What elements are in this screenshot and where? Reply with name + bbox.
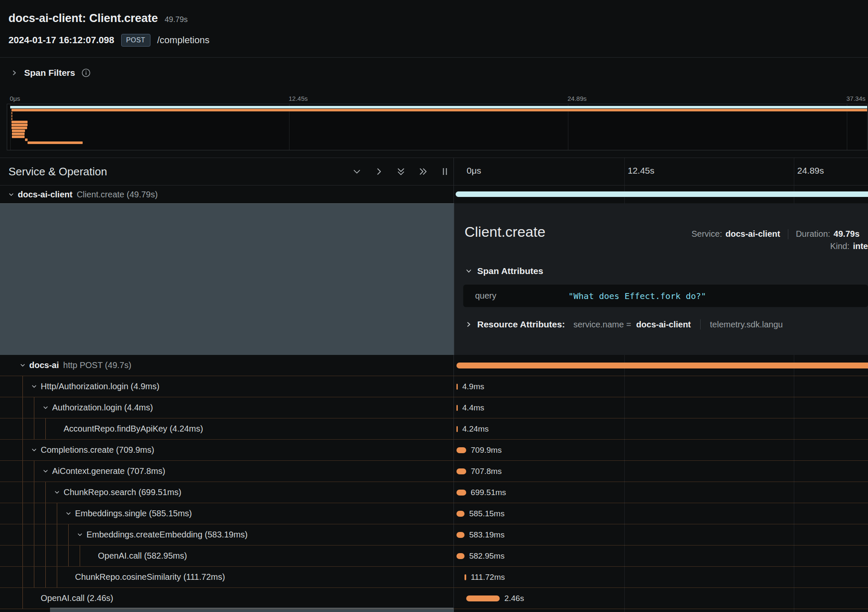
span-timeline-cell: 585.15ms bbox=[454, 503, 868, 524]
chevron-down-icon[interactable] bbox=[8, 191, 15, 198]
chevron-down-button[interactable] bbox=[351, 166, 363, 177]
indent-guide bbox=[45, 418, 46, 439]
span-label-cell[interactable]: ChunkRepo.cosineSimilarity (111.72ms) bbox=[0, 567, 454, 587]
double-chevron-right-button[interactable] bbox=[417, 166, 429, 177]
span-row[interactable]: docs-ai-clientClient.create (49.79s) bbox=[0, 186, 868, 203]
trace-header: docs-ai-client: Client.create 49.79s 202… bbox=[0, 0, 868, 58]
chevron-right-icon[interactable] bbox=[11, 69, 18, 76]
chevron-down-icon[interactable] bbox=[465, 268, 472, 274]
span-label-cell[interactable]: AiContext.generate (707.8ms) bbox=[0, 461, 454, 482]
resource-attributes-toggle[interactable]: Resource Attributes: service.name = docs… bbox=[465, 319, 868, 330]
span-duration-label: 2.46s bbox=[504, 594, 524, 603]
indent-guide bbox=[22, 440, 23, 460]
divider bbox=[700, 319, 701, 330]
indent-guide bbox=[45, 503, 46, 524]
span-label-cell[interactable]: OpenAI.call (2.46s) bbox=[0, 588, 454, 609]
chevron-down-icon[interactable] bbox=[42, 468, 49, 475]
span-timeline-cell: 4.24ms bbox=[454, 418, 868, 439]
chevron-right-icon[interactable] bbox=[465, 321, 472, 328]
span-duration-label: 707.8ms bbox=[471, 467, 502, 476]
span-duration-bar[interactable] bbox=[456, 511, 465, 517]
span-duration-bar[interactable] bbox=[465, 574, 466, 580]
span-label-cell[interactable]: ChunkRepo.search (699.51ms) bbox=[0, 482, 454, 503]
divider bbox=[788, 229, 788, 239]
minimap-span-bar bbox=[12, 130, 25, 132]
timeline-minimap[interactable] bbox=[7, 104, 868, 150]
span-duration-bar[interactable] bbox=[456, 426, 458, 432]
span-operation: Embeddings.single (585.15ms) bbox=[75, 509, 192, 518]
span-row[interactable]: ChunkRepo.search (699.51ms)699.51ms bbox=[0, 482, 868, 503]
chevron-down-icon[interactable] bbox=[42, 404, 49, 411]
service-value: docs-ai-client bbox=[726, 229, 780, 239]
span-label-cell[interactable]: Http/Authorization.login (4.9ms) bbox=[0, 376, 454, 397]
span-row[interactable]: AiContext.generate (707.8ms)707.8ms bbox=[0, 461, 868, 482]
indent-guide bbox=[22, 397, 23, 418]
indent-guide bbox=[34, 418, 34, 439]
indent-guide bbox=[34, 524, 34, 545]
span-row[interactable]: docs-aihttp POST (49.7s) bbox=[0, 355, 868, 376]
minimap-tick-label: 37.34s bbox=[846, 95, 865, 102]
resource-value: docs-ai-client bbox=[636, 320, 691, 330]
span-operation: Completions.create (709.9ms) bbox=[41, 445, 154, 455]
minimap-tick-label: 12.45s bbox=[289, 95, 308, 102]
span-duration-bar[interactable] bbox=[456, 553, 465, 559]
indent-guide bbox=[34, 461, 34, 482]
split-handle-icon[interactable] bbox=[439, 166, 451, 177]
span-row[interactable]: OpenAI.call (582.95ms)582.95ms bbox=[0, 546, 868, 567]
span-duration-bar[interactable] bbox=[456, 490, 466, 496]
span-duration-label: 709.9ms bbox=[471, 446, 502, 455]
child-span-rows: docs-aihttp POST (49.7s)Http/Authorizati… bbox=[0, 355, 868, 609]
span-duration-bar[interactable] bbox=[456, 532, 465, 538]
span-duration-bar[interactable] bbox=[466, 595, 500, 601]
span-label-cell[interactable]: Authorization.login (4.4ms) bbox=[0, 397, 454, 418]
span-label-cell[interactable]: docs-ai-clientClient.create (49.79s) bbox=[0, 186, 454, 203]
minimap-span-bar bbox=[11, 121, 28, 123]
span-duration-bar[interactable] bbox=[456, 447, 466, 453]
indent-guide bbox=[22, 567, 23, 587]
span-operation: Http/Authorization.login (4.9ms) bbox=[41, 382, 159, 391]
chevron-down-icon[interactable] bbox=[19, 362, 26, 369]
chevron-down-icon[interactable] bbox=[31, 383, 38, 390]
trace-viewer: docs-ai-client: Client.create 49.79s 202… bbox=[0, 0, 868, 612]
span-duration-bar[interactable] bbox=[456, 191, 868, 197]
span-operation: AiContext.generate (707.8ms) bbox=[52, 466, 165, 476]
indent-guide bbox=[22, 376, 23, 397]
span-row[interactable]: Http/Authorization.login (4.9ms)4.9ms bbox=[0, 376, 868, 397]
duration-label: Duration: bbox=[796, 229, 830, 239]
span-duration-bar[interactable] bbox=[456, 384, 458, 390]
span-duration-bar[interactable] bbox=[456, 405, 458, 411]
span-service-name: docs-ai-client bbox=[18, 190, 72, 199]
span-label-cell[interactable]: docs-aihttp POST (49.7s) bbox=[0, 355, 454, 376]
double-chevron-down-button[interactable] bbox=[395, 166, 407, 177]
span-duration-label: 583.19ms bbox=[469, 530, 504, 540]
span-timeline-cell bbox=[454, 355, 868, 376]
span-label-cell[interactable]: Completions.create (709.9ms) bbox=[0, 440, 454, 460]
resource-key: service.name = bbox=[573, 320, 631, 330]
chevron-down-icon[interactable] bbox=[65, 510, 72, 517]
indent-guide bbox=[68, 524, 69, 545]
chevron-down-icon[interactable] bbox=[53, 489, 61, 496]
chevron-right-button[interactable] bbox=[373, 166, 385, 177]
span-label-cell[interactable]: Embeddings.single (585.15ms) bbox=[0, 503, 454, 524]
span-attributes-toggle[interactable]: Span Attributes bbox=[465, 266, 543, 276]
span-label-cell[interactable]: AccountRepo.findByApiKey (4.24ms) bbox=[0, 418, 454, 439]
span-row[interactable]: AccountRepo.findByApiKey (4.24ms)4.24ms bbox=[0, 418, 868, 440]
span-row[interactable]: Completions.create (709.9ms)709.9ms bbox=[0, 440, 868, 461]
span-duration-bar[interactable] bbox=[456, 468, 466, 474]
attribute-row-query: query "What does Effect.fork do?" bbox=[463, 285, 868, 307]
span-label-cell[interactable]: Embeddings.createEmbedding (583.19ms) bbox=[0, 524, 454, 545]
span-filters-toggle[interactable]: Span Filters bbox=[11, 68, 91, 78]
chevron-down-icon[interactable] bbox=[76, 531, 83, 538]
chevron-down-icon[interactable] bbox=[31, 446, 38, 454]
detail-meta: Service: docs-ai-client Duration: 49.79s bbox=[692, 229, 860, 239]
span-row[interactable]: ChunkRepo.cosineSimilarity (111.72ms)111… bbox=[0, 567, 868, 588]
indent-guide bbox=[22, 524, 23, 545]
span-duration-bar[interactable] bbox=[456, 363, 868, 368]
span-row[interactable]: Authorization.login (4.4ms)4.4ms bbox=[0, 397, 868, 418]
span-row[interactable]: Embeddings.single (585.15ms)585.15ms bbox=[0, 503, 868, 524]
span-label-cell[interactable]: OpenAI.call (582.95ms) bbox=[0, 546, 454, 566]
span-timeline-cell: 2.46s bbox=[454, 588, 868, 609]
span-row[interactable]: OpenAI.call (2.46s)2.46s bbox=[0, 588, 868, 609]
info-icon[interactable] bbox=[81, 68, 91, 78]
span-row[interactable]: Embeddings.createEmbedding (583.19ms)583… bbox=[0, 524, 868, 546]
